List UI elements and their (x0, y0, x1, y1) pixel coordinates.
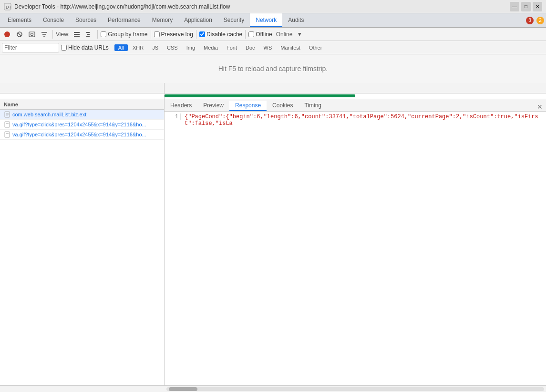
filter-toggle-button[interactable] (39, 29, 50, 40)
group-by-frame-checkbox[interactable] (101, 31, 106, 37)
offline-checkbox-group[interactable]: Offline (248, 31, 272, 38)
filter-pill-css[interactable]: CSS (163, 44, 182, 51)
tab-preview[interactable]: Preview (197, 101, 229, 111)
timeline-name-col (0, 83, 165, 93)
timeline-green-bar (165, 94, 355, 97)
group-by-frame-checkbox-group[interactable]: Group by frame (101, 31, 147, 38)
filter-pill-xhr[interactable]: XHR (129, 44, 147, 51)
view-label: View: (56, 31, 70, 38)
filter-bar: Hide data URLs All XHR JS CSS Img Media … (0, 41, 546, 54)
svg-text:DT: DT (6, 5, 11, 10)
timeline-name-spacer (0, 93, 165, 99)
online-label: Online (276, 31, 293, 38)
filter-input[interactable] (2, 43, 59, 52)
file-item-name: va.gif?type=click&pres=1204x2455&x=914&y… (12, 122, 160, 127)
filter-pill-other[interactable]: Other (305, 44, 326, 51)
tab-performance[interactable]: Performance (102, 13, 146, 27)
tab-console[interactable]: Console (37, 13, 70, 27)
file-item[interactable]: va.gif?type=click&pres=1204x2455&x=914&y… (0, 120, 164, 130)
hide-data-urls-checkbox[interactable] (61, 45, 67, 51)
file-icon (4, 121, 10, 128)
svg-rect-12 (86, 36, 90, 37)
tab-audits[interactable]: Audits (282, 13, 309, 27)
filter-pill-manifest[interactable]: Manifest (277, 44, 304, 51)
response-content: 1 {"PageCond":{"begin":6,"length":6,"cou… (165, 112, 546, 385)
filter-pill-ws[interactable]: WS (260, 44, 276, 51)
tab-security[interactable]: Security (218, 13, 250, 27)
svg-rect-20 (6, 133, 9, 134)
tab-application[interactable]: Application (178, 13, 218, 27)
offline-label: Offline (256, 31, 272, 38)
error-warning-badges: 3 2 (526, 17, 544, 24)
tab-elements[interactable]: Elements (2, 13, 37, 27)
file-item-name: va.gif?type=click&pres=1204x2455&x=914&y… (12, 132, 160, 137)
split-pane: Name com.web.search.mailList.biz.ext va.… (0, 99, 546, 385)
preserve-log-checkbox[interactable] (154, 31, 160, 37)
preserve-log-checkbox-group[interactable]: Preserve log (154, 31, 193, 38)
svg-rect-11 (87, 34, 90, 35)
toolbar-separator-1 (52, 30, 53, 39)
horizontal-scrollbar-thumb[interactable] (169, 387, 197, 391)
detail-tab-bar: Headers Preview Response Cookies Timing … (165, 99, 546, 112)
network-toolbar: View: Group by frame Preserve log Disabl… (0, 28, 546, 41)
svg-rect-15 (6, 114, 9, 114)
file-item-name: com.web.search.mailList.biz.ext (12, 112, 160, 117)
svg-rect-19 (5, 132, 10, 137)
filter-pills: All XHR JS CSS Img Media Font Doc WS Man… (114, 44, 326, 51)
clear-button[interactable] (14, 29, 25, 40)
toolbar-separator-5 (245, 30, 246, 39)
throttle-dropdown-button[interactable]: ▾ (294, 29, 305, 40)
detail-close-button[interactable]: ✕ (536, 103, 544, 111)
devtools-tab-bar: Elements Console Sources Performance Mem… (0, 13, 546, 28)
tab-response[interactable]: Response (229, 101, 267, 111)
filter-pill-media[interactable]: Media (200, 44, 222, 51)
svg-rect-16 (6, 115, 8, 115)
line-content: {"PageCond":{"begin":6,"length":6,"count… (185, 113, 544, 127)
disable-cache-checkbox[interactable] (199, 31, 205, 37)
preserve-log-label: Preserve log (161, 31, 193, 38)
svg-rect-7 (74, 32, 80, 33)
capture-screenshot-button[interactable] (27, 29, 37, 40)
minimize-button[interactable]: — (510, 2, 519, 11)
disable-cache-checkbox-group[interactable]: Disable cache (199, 31, 242, 38)
filter-pill-doc[interactable]: Doc (242, 44, 259, 51)
maximize-button[interactable]: □ (521, 2, 531, 11)
tab-headers[interactable]: Headers (165, 101, 197, 111)
timeline-bar-area (165, 93, 546, 99)
filter-pill-all[interactable]: All (114, 44, 128, 51)
window-controls: — □ ✕ (510, 2, 542, 11)
filter-pill-img[interactable]: Img (183, 44, 199, 51)
svg-rect-18 (6, 123, 9, 124)
filter-pill-js[interactable]: JS (148, 44, 162, 51)
horizontal-scrollbar[interactable] (166, 387, 544, 391)
hide-data-urls-label: Hide data URLs (68, 44, 109, 51)
svg-rect-8 (74, 34, 80, 35)
file-item[interactable]: va.gif?type=click&pres=1204x2455&x=914&y… (0, 130, 164, 140)
filter-pill-font[interactable]: Font (223, 44, 241, 51)
svg-rect-17 (5, 122, 10, 127)
warning-count-badge: 2 (536, 17, 544, 24)
toolbar-separator-2 (97, 30, 98, 39)
toolbar-separator-4 (196, 30, 196, 39)
window-title: Developer Tools - http://www.beijing.gov… (14, 3, 510, 10)
record-button[interactable] (2, 29, 12, 40)
tab-memory[interactable]: Memory (146, 13, 178, 27)
tab-network[interactable]: Network (250, 13, 282, 27)
close-button[interactable]: ✕ (533, 2, 542, 11)
file-item[interactable]: com.web.search.mailList.biz.ext (0, 110, 164, 120)
svg-rect-9 (74, 36, 80, 37)
horizontal-scrollbar-area (0, 385, 546, 392)
toolbar-separator-3 (151, 30, 151, 39)
response-line: 1 {"PageCond":{"begin":6,"length":6,"cou… (166, 113, 544, 127)
tab-timing[interactable]: Timing (299, 101, 327, 111)
svg-line-4 (18, 33, 21, 36)
file-icon (4, 131, 10, 138)
hide-data-urls-checkbox-group[interactable]: Hide data URLs (61, 44, 109, 51)
tab-sources[interactable]: Sources (70, 13, 102, 27)
list-view-button[interactable] (72, 29, 82, 40)
error-count-badge: 3 (526, 17, 534, 24)
filmstrip-message: Hit F5 to reload and capture filmstrip. (0, 54, 546, 83)
tab-cookies[interactable]: Cookies (267, 101, 299, 111)
offline-checkbox[interactable] (248, 31, 254, 37)
tree-view-button[interactable] (84, 29, 94, 40)
